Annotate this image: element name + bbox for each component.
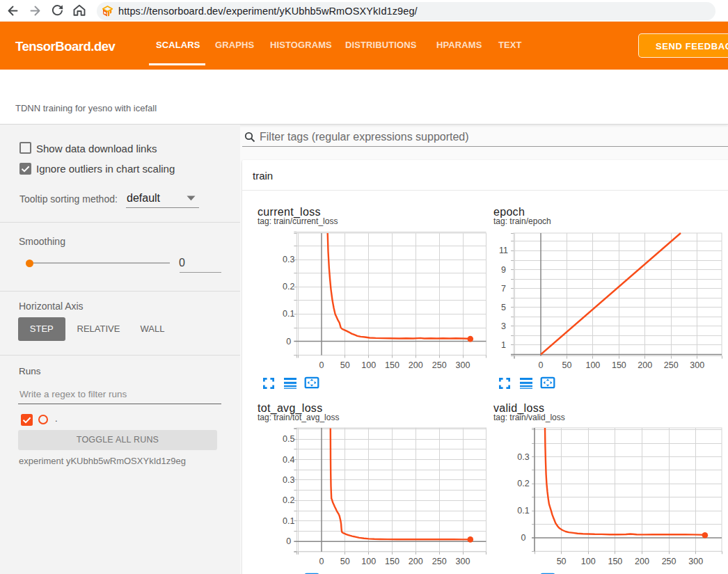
svg-text:200: 200	[409, 360, 423, 370]
svg-text:0.3: 0.3	[283, 475, 294, 485]
svg-text:0.2: 0.2	[283, 495, 294, 505]
svg-text:0.4: 0.4	[283, 455, 294, 465]
svg-text:300: 300	[456, 360, 470, 370]
svg-text:100: 100	[361, 360, 376, 370]
svg-text:0: 0	[521, 533, 526, 543]
svg-text:300: 300	[690, 360, 704, 370]
svg-text:200: 200	[638, 360, 652, 370]
svg-text:0.5: 0.5	[283, 434, 294, 444]
svg-text:100: 100	[361, 557, 376, 566]
svg-text:3: 3	[501, 321, 506, 331]
svg-text:50: 50	[562, 360, 572, 370]
svg-text:0: 0	[286, 337, 291, 346]
svg-text:250: 250	[432, 557, 447, 566]
svg-text:0: 0	[539, 360, 544, 370]
svg-text:1: 1	[501, 340, 506, 350]
svg-text:0: 0	[319, 557, 324, 566]
svg-text:300: 300	[688, 557, 703, 566]
svg-text:300: 300	[456, 557, 470, 566]
svg-text:0.2: 0.2	[283, 282, 294, 292]
svg-text:0: 0	[286, 536, 291, 546]
svg-text:150: 150	[385, 557, 399, 566]
svg-text:200: 200	[635, 557, 649, 566]
svg-text:0.2: 0.2	[517, 479, 529, 488]
svg-text:250: 250	[662, 557, 676, 566]
svg-text:150: 150	[608, 557, 622, 566]
svg-text:150: 150	[385, 360, 399, 370]
svg-text:0.3: 0.3	[283, 255, 294, 264]
svg-text:9: 9	[501, 265, 506, 275]
svg-text:100: 100	[581, 557, 596, 566]
svg-text:50: 50	[557, 557, 567, 566]
svg-text:200: 200	[409, 557, 423, 566]
svg-text:0.1: 0.1	[283, 309, 294, 319]
svg-text:5: 5	[501, 303, 506, 312]
svg-text:0.1: 0.1	[517, 506, 529, 516]
svg-text:250: 250	[432, 360, 447, 370]
svg-text:250: 250	[664, 360, 679, 370]
svg-text:7: 7	[501, 284, 506, 294]
svg-text:100: 100	[585, 360, 600, 370]
svg-text:50: 50	[340, 557, 350, 566]
svg-text:0.1: 0.1	[283, 516, 294, 526]
svg-text:150: 150	[612, 360, 626, 370]
svg-text:50: 50	[340, 360, 350, 370]
svg-text:11: 11	[499, 246, 508, 255]
svg-text:0.3: 0.3	[517, 452, 529, 462]
svg-text:0: 0	[319, 360, 324, 370]
